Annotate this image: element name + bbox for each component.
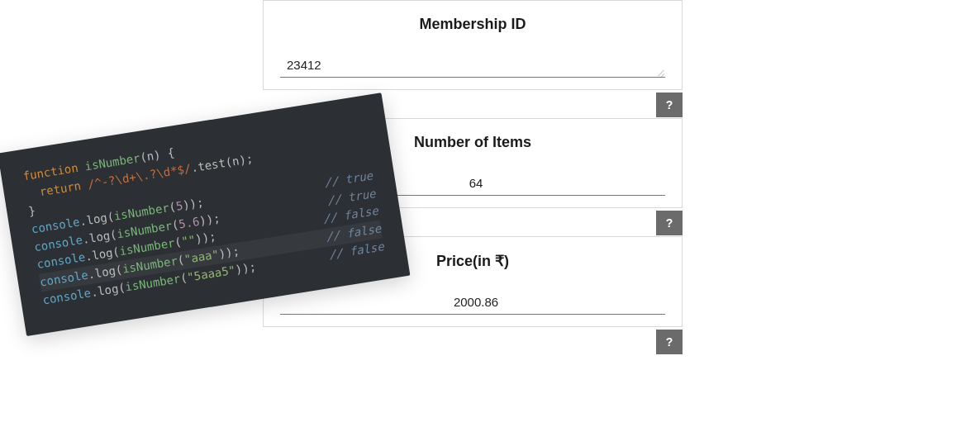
price-input[interactable] [287,295,665,309]
card-membership-id: Membership ID ? [263,0,683,90]
resize-grip-icon[interactable] [657,68,665,76]
membership-id-input[interactable] [287,58,665,72]
help-button[interactable]: ? [656,330,683,354]
card-title: Membership ID [280,16,665,33]
field-row-price [280,293,665,315]
field-row-membership-id [280,56,665,78]
help-button[interactable]: ? [656,93,683,117]
help-button[interactable]: ? [656,211,683,235]
